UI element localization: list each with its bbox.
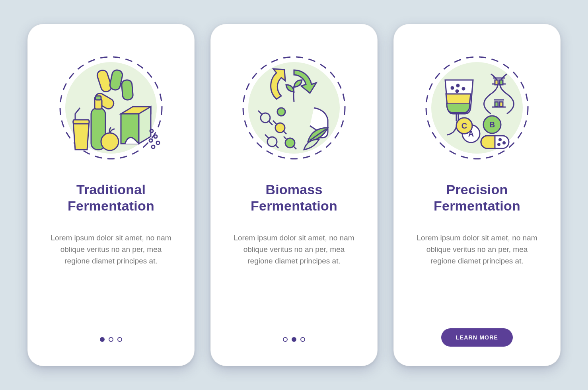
card-title: Traditional Fermentation [44,181,178,214]
dot-3[interactable] [300,337,305,342]
onboarding-card-2: Biomass Fermentation Lorem ipsum dolor s… [210,24,378,366]
svg-rect-30 [495,80,498,85]
onboarding-card-3: C A B Precision Fermentation Lorem ipsum… [393,24,561,366]
svg-rect-32 [495,102,498,107]
card-body: Lorem ipsum dolor sit amet, no nam obliq… [47,232,175,267]
dot-2[interactable] [109,337,113,342]
svg-rect-4 [121,80,133,100]
onboarding-card-1: Traditional Fermentation Lorem ipsum dol… [27,24,195,366]
svg-point-28 [462,88,465,90]
svg-point-13 [149,139,152,142]
svg-text:A: A [468,129,474,138]
card-body: Lorem ipsum dolor sit amet, no nam obliq… [230,232,358,267]
svg-point-22 [277,108,285,116]
dot-3[interactable] [117,337,122,342]
precision-fermentation-icon: C A B [417,48,537,168]
svg-rect-9 [95,96,101,100]
svg-point-10 [101,133,119,150]
svg-point-27 [457,84,459,87]
svg-point-43 [498,144,500,146]
svg-point-11 [150,129,153,133]
onboarding-row: Traditional Fermentation Lorem ipsum dol… [27,24,561,366]
dot-1[interactable] [100,337,105,342]
svg-point-42 [503,142,505,144]
svg-point-26 [451,87,454,89]
svg-rect-33 [500,102,503,107]
pagination-dots [100,337,122,342]
traditional-fermentation-icon [51,48,171,168]
pagination-dots [283,337,305,342]
svg-point-15 [152,145,155,148]
learn-more-button[interactable]: LEARN MORE [441,328,513,347]
svg-point-41 [499,139,501,141]
card-title: Biomass Fermentation [227,181,361,214]
card-body: Lorem ipsum dolor sit amet, no nam obliq… [413,232,541,267]
biomass-fermentation-icon [234,48,354,168]
svg-text:C: C [461,121,467,130]
svg-rect-6 [73,120,89,124]
svg-rect-8 [95,99,102,109]
svg-text:B: B [489,120,495,129]
dot-2[interactable] [292,337,296,342]
svg-point-14 [156,141,160,144]
svg-point-29 [456,90,458,92]
svg-point-12 [154,135,157,138]
svg-rect-31 [500,80,503,85]
dot-1[interactable] [283,337,288,342]
card-title: Precision Fermentation [410,181,544,214]
